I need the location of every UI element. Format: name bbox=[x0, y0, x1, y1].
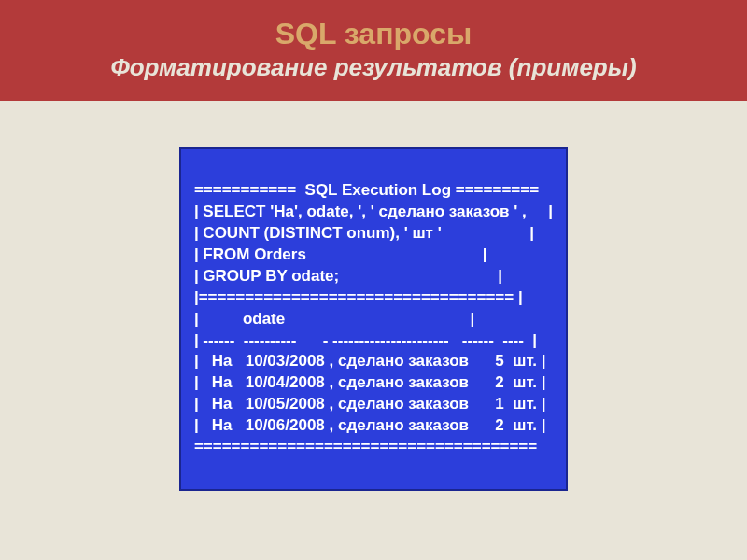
sql-line: | COUNT (DISTINCT onum), ' шт ' | bbox=[194, 224, 534, 242]
sql-line: | На 10/04/2008 , сделано заказов 2 шт. … bbox=[194, 373, 546, 391]
sql-execution-log: =========== SQL Execution Log ========= … bbox=[179, 147, 568, 491]
slide-header: SQL запросы Форматирование результатов (… bbox=[0, 0, 747, 101]
sql-line: ===================================== bbox=[194, 438, 537, 455]
sql-line: =========== SQL Execution Log ========= bbox=[194, 181, 539, 199]
slide-content: =========== SQL Execution Log ========= … bbox=[0, 101, 747, 491]
sql-line: | GROUP BY odate; | bbox=[194, 267, 502, 285]
sql-line: | SELECT 'На', odate, ', ' сделано заказ… bbox=[194, 203, 553, 220]
sql-line: | FROM Orders | bbox=[194, 245, 487, 263]
sql-line: | На 10/06/2008 , сделано заказов 2 шт. … bbox=[194, 416, 546, 434]
slide-subtitle: Форматирование результатов (примеры) bbox=[19, 53, 728, 82]
slide-title: SQL запросы bbox=[19, 17, 728, 51]
sql-line: | ------ ---------- - ------------------… bbox=[194, 331, 537, 349]
sql-line: | odate | bbox=[194, 310, 474, 328]
sql-line: | На 10/03/2008 , сделано заказов 5 шт. … bbox=[194, 352, 546, 370]
sql-line: |================================== | bbox=[194, 288, 523, 306]
sql-line: | На 10/05/2008 , сделано заказов 1 шт. … bbox=[194, 395, 546, 413]
